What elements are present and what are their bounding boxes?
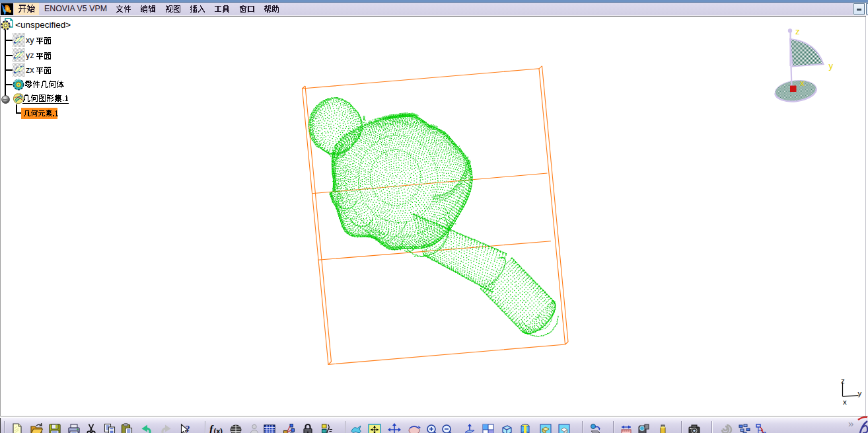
- svg-text:(x): (x): [214, 427, 223, 433]
- svg-text:?: ?: [186, 424, 190, 433]
